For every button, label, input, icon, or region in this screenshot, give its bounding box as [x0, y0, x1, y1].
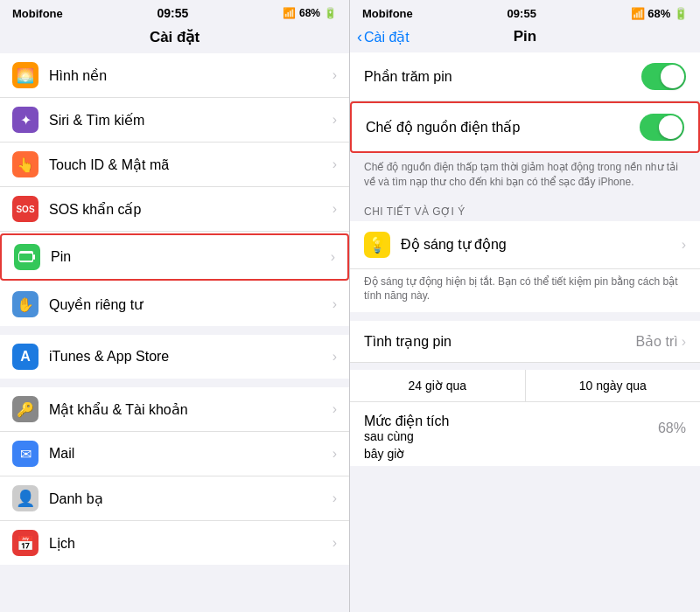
left-time: 09:55 — [157, 6, 188, 20]
sidebar-item-quyen-rieng-tu[interactable]: ✋ Quyền riêng tư › — [0, 282, 349, 326]
pin-section-top: Phần trăm pin Chế độ nguồn điện thấp — [350, 52, 700, 153]
quyen-rieng-tu-chevron: › — [332, 296, 337, 312]
pin-content: Phần trăm pin Chế độ nguồn điện thấp Chế… — [350, 52, 700, 612]
tab-10d[interactable]: 10 ngày qua — [526, 370, 701, 401]
do-sang-desc: Độ sáng tự động hiện bị tắt. Bạn có thể … — [350, 269, 700, 313]
right-indicators: 📶 68% 🔋 — [631, 7, 688, 20]
right-battery-text: 68% — [648, 7, 670, 20]
siri-label: Siri & Tìm kiếm — [49, 112, 332, 129]
tinh-trang-row[interactable]: Tình trạng pin Bảo trì › — [350, 321, 700, 363]
touch-id-icon: 👆 — [12, 151, 38, 177]
left-nav-title: Cài đặt — [150, 28, 200, 46]
separator-2 — [0, 380, 349, 387]
danh-ba-chevron: › — [332, 490, 337, 506]
sos-chevron: › — [332, 201, 337, 217]
separator-1 — [0, 328, 349, 335]
lich-label: Lịch — [49, 535, 332, 552]
sos-icon: SOS — [12, 196, 38, 222]
battery-text: 68% — [299, 7, 320, 19]
muc-dien-row: Mức điện tích sau cùng 68% — [350, 402, 700, 447]
tab-24h[interactable]: 24 giờ qua — [350, 370, 526, 401]
back-chevron-icon: ‹ — [357, 28, 362, 46]
sidebar-item-pin[interactable]: Pin › — [0, 233, 349, 281]
sidebar-item-danh-ba[interactable]: 👤 Danh bạ › — [0, 476, 349, 521]
left-carrier: Mobifone — [12, 7, 63, 20]
chi-tiet-header: CHI TIẾT VÀ GỢI Ý — [350, 198, 700, 221]
sidebar-item-siri[interactable]: ✦ Siri & Tìm kiếm › — [0, 98, 349, 143]
do-sang-section: 💡 Độ sáng tự động › Độ sáng tự động hiện… — [350, 221, 700, 313]
tinh-trang-label: Tình trạng pin — [364, 333, 635, 350]
che-do-nguon-row[interactable]: Chế độ nguồn điện thấp — [352, 103, 698, 151]
sidebar-item-lich[interactable]: 📅 Lịch › — [0, 521, 349, 565]
settings-group-bottom: 🔑 Mật khẩu & Tài khoản › ✉ Mail › 👤 Danh… — [0, 387, 349, 565]
che-do-nguon-label: Chế độ nguồn điện thấp — [366, 119, 640, 136]
quyen-rieng-tu-label: Quyền riêng tư — [49, 296, 332, 313]
battery-icon: 🔋 — [324, 7, 337, 19]
touch-id-label: Touch ID & Mật mã — [49, 156, 332, 173]
right-carrier: Mobifone — [362, 7, 413, 20]
che-do-desc: Chế độ nguồn điện thấp tạm thời giảm hoạ… — [350, 155, 700, 198]
itunes-chevron: › — [332, 349, 337, 365]
hinh-nen-icon: 🌅 — [12, 62, 38, 88]
right-signal-icon: 📶 — [631, 7, 645, 20]
bay-gio-row: bây giờ — [350, 447, 700, 466]
right-separator-2 — [350, 363, 700, 370]
itunes-label: iTunes & App Store — [49, 349, 332, 365]
danh-ba-label: Danh bạ — [49, 490, 332, 507]
tinh-trang-value: Bảo trì — [635, 333, 677, 350]
brightness-icon: 💡 — [364, 232, 390, 258]
do-sang-label: Độ sáng tự động — [401, 236, 682, 253]
right-nav-bar: ‹ Cài đặt Pin — [350, 24, 700, 52]
sidebar-item-sos[interactable]: SOS SOS khẩn cấp › — [0, 187, 349, 232]
sidebar-item-mail[interactable]: ✉ Mail › — [0, 432, 349, 476]
mail-icon: ✉ — [12, 441, 38, 467]
left-status-bar: Mobifone 09:55 📶 68% 🔋 — [0, 0, 349, 24]
right-nav-title: Pin — [514, 28, 536, 45]
mat-khau-icon: 🔑 — [12, 396, 38, 422]
phan-tram-pin-row[interactable]: Phần trăm pin — [350, 52, 700, 101]
sidebar-item-mat-khau[interactable]: 🔑 Mật khẩu & Tài khoản › — [0, 387, 349, 432]
settings-group-top: 🌅 Hình nền › ✦ Siri & Tìm kiếm › 👆 Touch… — [0, 53, 349, 326]
mail-label: Mail — [49, 446, 332, 462]
right-panel: Mobifone 09:55 📶 68% 🔋 ‹ Cài đặt Pin Phầ… — [350, 0, 700, 612]
quyen-rieng-tu-icon: ✋ — [12, 291, 38, 317]
siri-icon: ✦ — [12, 107, 38, 133]
muc-dien-main: Mức điện tích — [364, 413, 658, 429]
signal-icon: 📶 — [283, 7, 296, 19]
sidebar-item-itunes[interactable]: A iTunes & App Store › — [0, 335, 349, 379]
che-do-nguon-toggle[interactable] — [640, 114, 684, 141]
back-label: Cài đặt — [364, 29, 410, 45]
hinh-nen-label: Hình nền — [49, 67, 332, 84]
phan-tram-pin-toggle[interactable] — [641, 63, 686, 90]
right-time: 09:55 — [508, 7, 536, 20]
phan-tram-pin-toggle-thumb — [661, 65, 684, 88]
bay-gio-label: bây giờ — [364, 447, 404, 461]
muc-dien-label: Mức điện tích sau cùng — [364, 413, 658, 443]
itunes-icon: A — [12, 344, 38, 370]
sos-label: SOS khẩn cấp — [49, 201, 332, 218]
svg-rect-2 — [19, 254, 32, 261]
muc-dien-value: 68% — [658, 421, 686, 436]
sidebar-item-touch-id[interactable]: 👆 Touch ID & Mật mã › — [0, 143, 349, 187]
svg-rect-3 — [33, 254, 35, 260]
che-do-nguon-toggle-thumb — [659, 115, 682, 139]
sidebar-item-hinh-nen[interactable]: 🌅 Hình nền › — [0, 53, 349, 98]
mat-khau-chevron: › — [332, 401, 337, 417]
settings-group-mid: A iTunes & App Store › — [0, 335, 349, 379]
pin-label: Pin — [51, 249, 331, 265]
left-panel: Mobifone 09:55 📶 68% 🔋 Cài đặt 🌅 Hình nề… — [0, 0, 350, 612]
right-status-bar: Mobifone 09:55 📶 68% 🔋 — [350, 0, 700, 24]
siri-chevron: › — [332, 112, 337, 128]
mail-chevron: › — [332, 446, 337, 462]
pin-chevron: › — [331, 249, 335, 265]
left-settings-list[interactable]: 🌅 Hình nền › ✦ Siri & Tìm kiếm › 👆 Touch… — [0, 53, 349, 612]
touch-id-chevron: › — [332, 156, 337, 172]
pin-icon — [14, 244, 40, 270]
lich-chevron: › — [332, 535, 337, 551]
right-battery-icon: 🔋 — [674, 7, 688, 20]
phan-tram-pin-label: Phần trăm pin — [364, 68, 641, 85]
back-button[interactable]: ‹ Cài đặt — [357, 28, 410, 46]
do-sang-row[interactable]: 💡 Độ sáng tự động › — [350, 221, 700, 269]
hinh-nen-chevron: › — [332, 67, 337, 83]
lich-icon: 📅 — [12, 530, 38, 556]
